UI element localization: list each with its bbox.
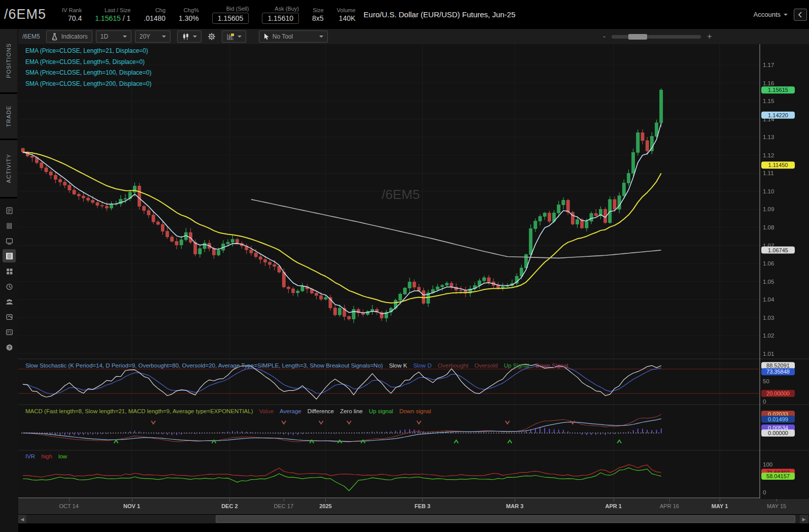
sidebar-history-button[interactable] xyxy=(3,280,16,293)
header: /6EM5 IV Rank 70.4 Last / Size 1.15615 /… xyxy=(0,0,809,29)
grid-style-icon xyxy=(226,33,234,41)
news-icon xyxy=(6,207,13,214)
svg-text:1.01: 1.01 xyxy=(763,351,774,357)
svg-text:SMA (Price=CLOSE, Length=100,: SMA (Price=CLOSE, Length=100, Displace=0… xyxy=(25,69,151,76)
scroll-left-button[interactable]: ◀ xyxy=(18,515,26,523)
time-axis[interactable]: OCT 14NOV 1DEC 2DEC 172025FEB 3MAR 3APR … xyxy=(18,498,809,514)
scan-icon xyxy=(6,313,13,321)
svg-text:MACD (Fast length=8, Slow leng: MACD (Fast length=8, Slow length=21, MAC… xyxy=(25,408,431,414)
volume-field: Volume 140K xyxy=(337,7,356,23)
drawing-tool-dropdown[interactable]: No Tool xyxy=(259,30,328,43)
sidebar-tab-activity[interactable]: ACTIVITY xyxy=(0,140,17,198)
chevron-left-icon xyxy=(798,12,803,18)
time-axis-label: DEC 17 xyxy=(274,503,294,509)
bid-field: Bid (Sell) 1.15605 xyxy=(212,5,249,24)
svg-text:1.06745: 1.06745 xyxy=(768,247,788,253)
chart-type-dropdown[interactable] xyxy=(177,30,201,43)
range-value: 20Y xyxy=(140,33,150,40)
time-axis-tick xyxy=(325,499,326,502)
svg-text:EMA (Price=CLOSE, Length=21, D: EMA (Price=CLOSE, Length=21, Displace=0) xyxy=(25,47,148,54)
price-chart[interactable]: /6EM51.011.021.031.041.051.061.071.081.0… xyxy=(18,44,809,498)
timeframe-dropdown[interactable]: 1D xyxy=(96,30,131,43)
bid-button[interactable]: 1.15605 xyxy=(212,13,249,24)
svg-text:1.15: 1.15 xyxy=(763,98,774,104)
svg-text:0.01499: 0.01499 xyxy=(768,416,788,422)
bid-label: Bid (Sell) xyxy=(226,5,249,12)
zoom-slider-handle[interactable] xyxy=(628,34,647,40)
sidebar-watchlist-button[interactable] xyxy=(3,219,16,232)
ask-label: Ask (Buy) xyxy=(275,5,299,12)
sidebar-tab-trade[interactable]: TRADE xyxy=(0,94,17,140)
last-price: 1.15615 xyxy=(95,14,121,22)
sidebar-tab-positions[interactable]: POSITIONS xyxy=(0,29,17,94)
chevron-down-icon xyxy=(193,36,197,40)
sidebar-grid-button[interactable] xyxy=(3,264,16,278)
chart-style-dropdown[interactable] xyxy=(222,30,246,43)
size-field: Size 8x5 xyxy=(312,7,324,23)
ask-field: Ask (Buy) 1.15610 xyxy=(262,5,299,24)
zoom-in-button[interactable]: + xyxy=(707,32,712,41)
svg-text:IVRhighlow: IVRhighlow xyxy=(25,453,68,459)
svg-text:1.02: 1.02 xyxy=(763,332,774,339)
iv-rank-value: 70.4 xyxy=(68,14,82,23)
indicators-button[interactable]: Indicators xyxy=(46,30,92,43)
time-axis-label: FEB 3 xyxy=(415,503,430,509)
svg-text:88.52091: 88.52091 xyxy=(766,362,790,369)
svg-text:1.11: 1.11 xyxy=(763,170,774,176)
svg-text:EMA (Price=CLOSE, Length=5, Di: EMA (Price=CLOSE, Length=5, Displace=0) xyxy=(25,58,145,65)
svg-text:1.17: 1.17 xyxy=(763,62,774,68)
stochastic-pane: 50088.5209173.3584820.00000Slow Stochast… xyxy=(18,362,795,405)
svg-text:1.06: 1.06 xyxy=(763,260,774,267)
scrollbar-thumb[interactable] xyxy=(216,515,795,523)
zoom-out-button[interactable]: - xyxy=(603,32,605,41)
sidebar-f1-help-button[interactable]: F1 xyxy=(3,325,16,339)
time-axis-tick xyxy=(669,499,670,502)
chart-settings-button[interactable] xyxy=(205,30,218,43)
sidebar-charts-button[interactable] xyxy=(3,249,16,262)
iv-rank-field: IV Rank 70.4 xyxy=(62,7,82,23)
sidebar-tv-button[interactable] xyxy=(3,234,16,247)
svg-text:58.04157: 58.04157 xyxy=(766,473,790,479)
time-axis-tick xyxy=(69,499,70,502)
svg-text:SMA (Price=CLOSE, Length=200,: SMA (Price=CLOSE, Length=200, Displace=0… xyxy=(25,80,151,87)
watermark: /6EM5 xyxy=(382,187,420,202)
sidebar-question-button[interactable]: ? xyxy=(3,341,16,354)
sidebar-scan-button[interactable] xyxy=(3,310,16,323)
svg-text:50: 50 xyxy=(763,378,769,384)
accounts-menu[interactable]: Accounts xyxy=(754,11,788,18)
grid xyxy=(18,44,760,497)
svg-text:1.15615: 1.15615 xyxy=(768,87,788,93)
range-dropdown[interactable]: 20Y xyxy=(135,30,171,43)
svg-text:1.10: 1.10 xyxy=(763,188,774,194)
time-axis-label: NOV 1 xyxy=(123,503,140,509)
instrument-description: Euro/U.S. Dollar (EUR/USD) Futures, Jun-… xyxy=(363,10,515,19)
chevron-down-icon xyxy=(319,36,323,40)
svg-text:100: 100 xyxy=(763,461,772,468)
chg-pct-label: Chg% xyxy=(184,7,199,14)
svg-text:20.00000: 20.00000 xyxy=(766,390,790,396)
sidebar-news-button[interactable] xyxy=(3,204,16,217)
time-axis-tick xyxy=(284,499,284,502)
grid-icon xyxy=(6,268,13,275)
svg-text:1.12: 1.12 xyxy=(763,152,774,158)
drawing-tool-value: No Tool xyxy=(273,33,316,40)
chevron-down-icon xyxy=(784,14,788,18)
last-size: / 1 xyxy=(123,14,131,22)
flask-icon xyxy=(51,33,58,41)
sidebar-community-button[interactable] xyxy=(3,295,16,308)
svg-text:1.11450: 1.11450 xyxy=(768,162,788,168)
chevron-down-icon xyxy=(238,36,242,40)
svg-text:0: 0 xyxy=(763,398,766,405)
time-axis-label: MAY 15 xyxy=(767,503,786,509)
svg-text:Slow Stochastic (K Period=14,: Slow Stochastic (K Period=14, D Period=9… xyxy=(25,362,568,369)
tv-icon xyxy=(6,237,13,245)
volume-label: Volume xyxy=(337,7,356,14)
ask-button[interactable]: 1.15610 xyxy=(262,13,299,24)
price-axis: 1.011.021.031.041.051.061.071.081.091.10… xyxy=(761,62,795,357)
collapse-panel-button[interactable] xyxy=(794,9,807,21)
scroll-right-button[interactable]: ▶ xyxy=(800,515,808,523)
zoom-slider[interactable] xyxy=(612,35,701,39)
svg-text:1.08: 1.08 xyxy=(763,224,774,230)
time-axis-tick xyxy=(515,499,515,502)
horizontal-scrollbar[interactable]: ◀ ▶ xyxy=(18,515,809,523)
